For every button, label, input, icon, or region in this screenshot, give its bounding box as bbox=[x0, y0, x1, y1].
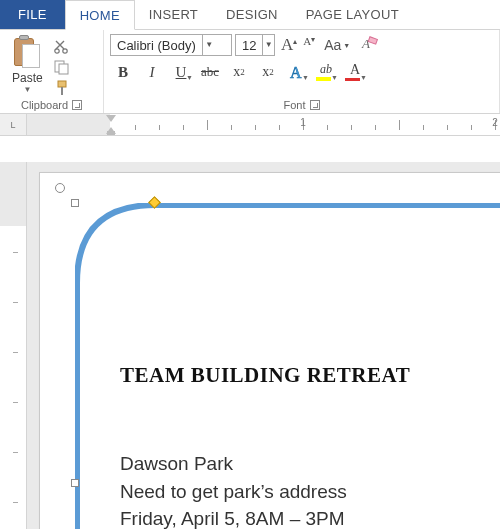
tab-page-layout[interactable]: PAGE LAYOUT bbox=[292, 0, 413, 29]
doc-line-3[interactable]: Friday, April 5, 8AM – 3PM bbox=[120, 505, 410, 529]
document-text[interactable]: TEAM BUILDING RETREAT Dawson Park Need t… bbox=[120, 363, 410, 529]
svg-text:A: A bbox=[361, 36, 370, 51]
highlight-button[interactable]: ab ▼ bbox=[313, 60, 339, 84]
paste-button[interactable]: Paste ▼ bbox=[6, 34, 49, 96]
chevron-down-icon[interactable]: ▼ bbox=[186, 74, 193, 82]
chevron-down-icon[interactable]: ▼ bbox=[302, 74, 309, 82]
copy-button[interactable] bbox=[51, 58, 73, 76]
ruler-label-1: 1 bbox=[300, 117, 306, 128]
chevron-down-icon[interactable]: ▼ bbox=[360, 74, 367, 82]
scissors-icon bbox=[53, 38, 71, 54]
tab-design[interactable]: DESIGN bbox=[212, 0, 292, 29]
group-font-label: Font bbox=[283, 99, 305, 111]
text-effects-button[interactable]: A ▼ bbox=[284, 60, 310, 84]
font-color-button[interactable]: A ▼ bbox=[342, 60, 368, 84]
change-case-button[interactable]: Aa ▼ bbox=[321, 37, 353, 53]
tab-file[interactable]: FILE bbox=[0, 0, 65, 29]
subscript-button[interactable]: x2 bbox=[226, 60, 252, 84]
doc-title[interactable]: TEAM BUILDING RETREAT bbox=[120, 363, 410, 388]
font-name-combo[interactable]: Calibri (Body) ▼ bbox=[110, 34, 232, 56]
highlight-swatch bbox=[316, 77, 331, 81]
svg-rect-5 bbox=[61, 87, 63, 95]
rotation-handle[interactable] bbox=[55, 183, 65, 193]
ruler-area: L 1 2 bbox=[0, 114, 500, 136]
shrink-font-button[interactable]: A▾ bbox=[300, 35, 318, 55]
bold-button[interactable]: B bbox=[110, 60, 136, 84]
tab-home[interactable]: HOME bbox=[65, 0, 135, 30]
group-clipboard-label: Clipboard bbox=[21, 99, 68, 111]
format-painter-button[interactable] bbox=[51, 79, 73, 97]
ribbon: Paste ▼ bbox=[0, 30, 500, 114]
document-area: TEAM BUILDING RETREAT Dawson Park Need t… bbox=[0, 162, 500, 529]
selection-handle-nw[interactable] bbox=[71, 199, 79, 207]
left-indent-marker[interactable] bbox=[107, 131, 115, 135]
clipboard-dialog-launcher[interactable] bbox=[72, 100, 82, 110]
font-color-swatch bbox=[345, 78, 360, 81]
paste-icon bbox=[12, 36, 42, 70]
eraser-a-icon: A bbox=[359, 35, 379, 53]
strikethrough-button[interactable]: abc bbox=[197, 60, 223, 84]
chevron-down-icon[interactable]: ▼ bbox=[23, 85, 31, 94]
superscript-button[interactable]: x2 bbox=[255, 60, 281, 84]
page: TEAM BUILDING RETREAT Dawson Park Need t… bbox=[39, 172, 500, 529]
group-clipboard: Paste ▼ bbox=[0, 30, 104, 113]
first-line-indent-marker[interactable] bbox=[106, 115, 116, 122]
chevron-down-icon: ▼ bbox=[343, 42, 350, 49]
ruler-label-2: 2 bbox=[492, 117, 498, 128]
doc-line-2[interactable]: Need to get park’s address bbox=[120, 478, 410, 506]
underline-button[interactable]: U▼ bbox=[168, 60, 194, 84]
tab-selector[interactable]: L bbox=[0, 114, 27, 135]
horizontal-ruler[interactable]: 1 2 bbox=[27, 114, 500, 135]
svg-rect-3 bbox=[59, 64, 68, 74]
cut-button[interactable] bbox=[51, 37, 73, 55]
ribbon-tabs: FILE HOME INSERT DESIGN PAGE LAYOUT bbox=[0, 0, 500, 30]
font-name-value: Calibri (Body) bbox=[111, 38, 202, 53]
vertical-ruler[interactable] bbox=[0, 162, 27, 529]
paintbrush-icon bbox=[53, 80, 71, 96]
grow-font-button[interactable]: A▴ bbox=[278, 35, 300, 55]
page-viewport[interactable]: TEAM BUILDING RETREAT Dawson Park Need t… bbox=[27, 162, 500, 529]
svg-rect-4 bbox=[58, 81, 66, 87]
svg-text:A: A bbox=[290, 64, 302, 81]
selection-handle-w[interactable] bbox=[71, 479, 79, 487]
paste-label: Paste bbox=[12, 71, 43, 85]
chevron-down-icon[interactable]: ▼ bbox=[331, 74, 338, 82]
tab-insert[interactable]: INSERT bbox=[135, 0, 212, 29]
font-size-combo[interactable]: 12 ▼ bbox=[235, 34, 275, 56]
group-font: Calibri (Body) ▼ 12 ▼ A▴ A▾ Aa bbox=[104, 30, 500, 113]
chevron-down-icon[interactable]: ▼ bbox=[262, 35, 274, 55]
clear-formatting-button[interactable]: A bbox=[356, 35, 382, 56]
font-size-value: 12 bbox=[236, 38, 262, 53]
font-dialog-launcher[interactable] bbox=[310, 100, 320, 110]
doc-line-1[interactable]: Dawson Park bbox=[120, 450, 410, 478]
chevron-down-icon[interactable]: ▼ bbox=[202, 35, 216, 55]
italic-button[interactable]: I bbox=[139, 60, 165, 84]
svg-point-1 bbox=[62, 49, 66, 53]
copy-icon bbox=[53, 59, 71, 75]
svg-point-0 bbox=[54, 49, 58, 53]
